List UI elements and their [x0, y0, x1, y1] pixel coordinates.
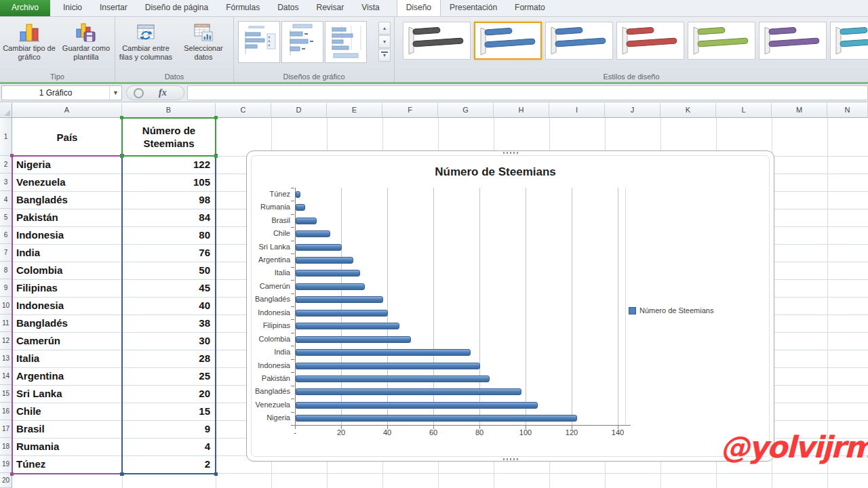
category-label: Sri Lanka	[238, 243, 290, 251]
cell-a16[interactable]: Chile	[12, 403, 122, 420]
cell-a19[interactable]: Túnez	[12, 455, 122, 473]
cell-a13[interactable]: Italia	[12, 350, 122, 367]
column-header-m[interactable]: M	[772, 103, 827, 118]
cell-a9[interactable]: Filipinas	[12, 279, 122, 297]
row-header-8[interactable]: 8	[0, 262, 12, 279]
cell-b4[interactable]: 98	[122, 191, 216, 209]
row-header-15[interactable]: 15	[0, 385, 12, 403]
row-header-9[interactable]: 9	[0, 279, 12, 297]
column-header-b[interactable]: B	[122, 103, 216, 118]
tab-diseño[interactable]: Diseño	[397, 0, 441, 16]
cell-b11[interactable]: 38	[122, 314, 216, 332]
column-header-n[interactable]: N	[827, 103, 868, 118]
category-label: India	[238, 348, 290, 356]
cell-b1[interactable]: Número de Steemians	[122, 118, 216, 156]
column-header-k[interactable]: K	[660, 103, 716, 118]
cell-b3[interactable]: 105	[122, 174, 216, 191]
row-header-17[interactable]: 17	[0, 420, 12, 438]
cell-a14[interactable]: Argentina	[12, 367, 122, 385]
select-all-corner[interactable]	[0, 103, 12, 118]
cell-a3[interactable]: Venezuela	[12, 174, 122, 191]
category-axis-tick	[291, 188, 294, 188]
row-header-6[interactable]: 6	[0, 226, 12, 244]
column-header-d[interactable]: D	[271, 103, 327, 118]
cell-a2[interactable]: Nigeria	[12, 156, 122, 174]
column-header-h[interactable]: H	[494, 103, 549, 118]
column-header-g[interactable]: G	[438, 103, 494, 118]
cell-b18[interactable]: 4	[122, 438, 216, 455]
cell-b6[interactable]: 80	[122, 226, 216, 244]
cell-a6[interactable]: Indonesia	[12, 226, 122, 244]
cell-b14[interactable]: 25	[122, 367, 216, 385]
category-axis-tick	[291, 359, 294, 360]
row-header-12[interactable]: 12	[0, 332, 12, 350]
bar-chile	[296, 230, 330, 237]
category-label: Italia	[238, 268, 290, 277]
cell-a10[interactable]: Indonesia	[12, 297, 122, 314]
row-header-3[interactable]: 3	[0, 174, 12, 191]
row-header-13[interactable]: 13	[0, 350, 12, 367]
row-header-1[interactable]: 1	[0, 118, 12, 156]
value-gridline	[618, 188, 618, 425]
cell-a12[interactable]: Camerún	[12, 332, 122, 350]
column-header-j[interactable]: J	[605, 103, 660, 118]
cell-b5[interactable]: 84	[122, 209, 216, 226]
chart-object[interactable]: Número de Steemians -20406080100120140Tú…	[246, 150, 774, 462]
bar-bangladés	[296, 296, 383, 303]
value-axis-line	[292, 425, 631, 426]
cell-a8[interactable]: Colombia	[12, 262, 122, 279]
value-gridline	[572, 188, 572, 425]
legend-label: Número de Steemians	[639, 306, 713, 314]
cell-b7[interactable]: 76	[122, 244, 216, 262]
bar-argentina	[296, 257, 353, 264]
cell-b2[interactable]: 122	[122, 156, 216, 174]
cell-b12[interactable]: 30	[122, 332, 216, 350]
bar-bangladés	[296, 388, 521, 395]
row-header-7[interactable]: 7	[0, 244, 12, 262]
row-header-11[interactable]: 11	[0, 314, 12, 332]
column-header-f[interactable]: F	[382, 103, 438, 118]
cell-a5[interactable]: Pakistán	[12, 209, 122, 226]
row-header-20[interactable]: 20	[0, 473, 12, 488]
column-header-a[interactable]: A	[12, 103, 122, 118]
row-header-4[interactable]: 4	[0, 191, 12, 209]
cell-b19[interactable]: 2	[122, 455, 216, 473]
cell-a11[interactable]: Bangladés	[12, 314, 122, 332]
row-header-16[interactable]: 16	[0, 403, 12, 420]
category-label: Indonesia	[238, 308, 290, 317]
cell-a18[interactable]: Rumania	[12, 438, 122, 455]
chart-legend[interactable]: Número de Steemians	[629, 306, 713, 314]
row-header-5[interactable]: 5	[0, 209, 12, 226]
column-header-l[interactable]: L	[716, 103, 772, 118]
chart-grip-top[interactable]	[503, 152, 519, 154]
cell-b10[interactable]: 40	[122, 297, 216, 314]
chart-grip-bottom[interactable]	[503, 458, 519, 460]
row-header-19[interactable]: 19	[0, 455, 12, 473]
cell-b16[interactable]: 15	[122, 403, 216, 420]
cell-a4[interactable]: Bangladés	[12, 191, 122, 209]
row-header-10[interactable]: 10	[0, 297, 12, 314]
column-header-c[interactable]: C	[216, 103, 271, 118]
bar-nigeria	[296, 415, 577, 422]
cell-b8[interactable]: 50	[122, 262, 216, 279]
cell-a7[interactable]: India	[12, 244, 122, 262]
chart-title[interactable]: Número de Steemians	[252, 165, 739, 179]
row-header-14[interactable]: 14	[0, 367, 12, 385]
excel-window: ArchivoInicioInsertarDiseño de páginaFór…	[0, 0, 868, 488]
column-header-i[interactable]: I	[549, 103, 605, 118]
cell-a1[interactable]: País	[12, 118, 122, 156]
cell-a17[interactable]: Brasil	[12, 420, 122, 438]
value-axis-label: 140	[601, 428, 634, 436]
row-header-18[interactable]: 18	[0, 438, 12, 455]
bar-túnez	[296, 191, 300, 198]
cell-b17[interactable]: 9	[122, 420, 216, 438]
row-header-2[interactable]: 2	[0, 156, 12, 174]
value-axis-label: 20	[325, 428, 357, 436]
cell-a15[interactable]: Sri Lanka	[12, 385, 122, 403]
plot-area: -20406080100120140TúnezRumaniaBrasilChil…	[295, 188, 625, 425]
cell-b13[interactable]: 28	[122, 350, 216, 367]
cell-b9[interactable]: 45	[122, 279, 216, 297]
category-label: Venezuela	[238, 401, 290, 409]
column-header-e[interactable]: E	[327, 103, 382, 118]
cell-b15[interactable]: 20	[122, 385, 216, 403]
